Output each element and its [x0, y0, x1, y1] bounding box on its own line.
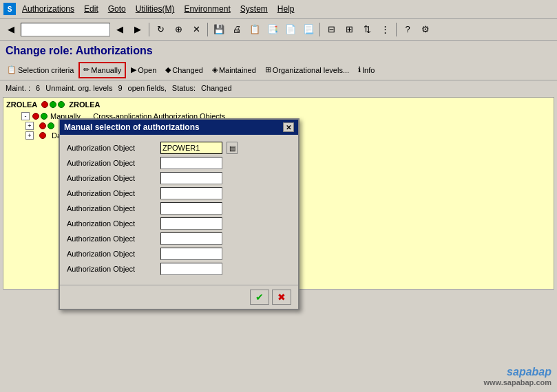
toolbar: ◀ ◀ ▶ ↻ ⊕ ✕ 💾 🖨 📋 📑 📄 📃 ⊟ ⊞ ⇅ ⋮ ? ⚙ — [0, 19, 557, 41]
auth-object-input-3[interactable] — [160, 187, 222, 199]
dialog-label-0: Authorization Object — [67, 144, 156, 152]
action-btn-manually[interactable]: ✏ Manually — [78, 62, 126, 78]
toolbar-sep4 — [396, 23, 397, 36]
watermark: sapabap www.sapabap.com — [483, 366, 551, 386]
dialog-label-4: Authorization Object — [67, 204, 156, 213]
menu-system[interactable]: System — [236, 3, 272, 15]
dialog-row-1: Authorization Object — [67, 157, 291, 169]
toolbar-btn2[interactable]: ⊕ — [170, 21, 187, 38]
dialog-title-bar: Manual selection of authorizations ✕ — [60, 120, 298, 135]
dialog-row-2: Authorization Object — [67, 172, 291, 184]
manually-label: Manually — [91, 66, 121, 74]
open-label: open fields, — [128, 84, 167, 92]
dialog-label-7: Authorization Object — [67, 250, 156, 258]
watermark-line1: sapabap — [483, 366, 551, 378]
toolbar-search-input[interactable] — [21, 23, 110, 36]
page-title: Change role: Authorizations — [0, 41, 557, 60]
dialog-footer: ✔ ✖ — [60, 285, 298, 309]
action-btn-open[interactable]: ▶ Open — [127, 62, 160, 78]
dialog-label-6: Authorization Object — [67, 235, 156, 243]
watermark-line2: www.sapabap.com — [483, 378, 551, 386]
auth-object-input-8[interactable] — [160, 263, 222, 275]
toolbar-layout2[interactable]: ⊞ — [341, 21, 357, 38]
dialog-label-8: Authorization Object — [67, 265, 156, 273]
changed-label: Changed — [172, 66, 203, 74]
toolbar-filter[interactable]: ⋮ — [377, 21, 393, 38]
dialog-row-0: Authorization Object ▤ — [67, 142, 291, 154]
maint-label: Maint. : — [6, 84, 30, 92]
info-label: Info — [362, 66, 375, 74]
dialog-overlay: Manual selection of authorizations ✕ Aut… — [3, 98, 554, 289]
toolbar-back[interactable]: ◀ — [3, 21, 19, 38]
dialog-row-8: Authorization Object — [67, 263, 291, 275]
action-btn-changed[interactable]: ◆ Changed — [161, 62, 207, 78]
toolbar-btn7[interactable]: 📃 — [300, 21, 317, 38]
dialog-content: Authorization Object ▤ Authorization Obj… — [60, 135, 298, 285]
toolbar-print[interactable]: 🖨 — [229, 21, 245, 38]
menu-environment[interactable]: Environment — [180, 3, 234, 15]
dialog-label-1: Authorization Object — [67, 159, 156, 167]
dialog-close-button[interactable]: ✕ — [283, 122, 294, 132]
auth-object-input-4[interactable] — [160, 202, 222, 215]
toolbar-help[interactable]: ? — [399, 21, 416, 38]
menu-authorizations[interactable]: Authorizations — [18, 3, 78, 15]
dialog-label-2: Authorization Object — [67, 174, 156, 182]
toolbar-sep3 — [319, 23, 320, 36]
auth-object-input-5[interactable] — [160, 217, 222, 230]
toolbar-next[interactable]: ▶ — [129, 21, 146, 38]
manually-icon: ✏ — [83, 65, 90, 74]
dialog-row-7: Authorization Object — [67, 248, 291, 260]
unmaint-count: 6 — [36, 84, 40, 92]
tree-area: ZROLEA ZROLEA - Manually Cross-applicati… — [3, 97, 554, 290]
auth-object-input-1[interactable] — [160, 157, 222, 169]
action-toolbar: 📋 Selection criteria ✏ Manually ▶ Open ◆… — [0, 60, 557, 80]
action-btn-info[interactable]: ℹ Info — [354, 62, 379, 78]
status-value: Changed — [201, 84, 232, 92]
toolbar-prev[interactable]: ◀ — [112, 21, 128, 38]
dialog-row-4: Authorization Object — [67, 202, 291, 215]
dialog-label-5: Authorization Object — [67, 219, 156, 228]
org-levels-icon: ⊞ — [265, 65, 271, 74]
auth-object-input-6[interactable] — [160, 232, 222, 245]
toolbar-customize[interactable]: ⚙ — [417, 21, 434, 38]
svg-text:S: S — [8, 6, 12, 13]
toolbar-btn5[interactable]: 📑 — [264, 21, 281, 38]
toolbar-sort[interactable]: ⇅ — [359, 21, 375, 38]
dialog-label-3: Authorization Object — [67, 189, 156, 197]
dialog-row-3: Authorization Object — [67, 187, 291, 199]
toolbar-sep2 — [207, 23, 208, 36]
ok-icon: ✔ — [255, 292, 264, 303]
action-btn-maintained[interactable]: ◈ Maintained — [208, 62, 260, 78]
toolbar-btn3[interactable]: ✕ — [188, 21, 204, 38]
menu-utilities[interactable]: Utilities(M) — [132, 3, 179, 15]
auth-object-input-0[interactable] — [160, 142, 222, 154]
menu-edit[interactable]: Edit — [80, 3, 103, 15]
dialog-ok-button[interactable]: ✔ — [250, 290, 269, 305]
select-all-icon: 📋 — [7, 65, 17, 74]
toolbar-refresh[interactable]: ↻ — [152, 21, 169, 38]
auth-object-input-7[interactable] — [160, 248, 222, 260]
org-levels-label: Organizational levels... — [273, 66, 349, 74]
menu-help[interactable]: Help — [273, 3, 299, 15]
action-btn-org-levels[interactable]: ⊞ Organizational levels... — [261, 62, 353, 78]
toolbar-layout[interactable]: ⊟ — [323, 21, 339, 38]
dialog-row-6: Authorization Object — [67, 232, 291, 245]
open-count: 9 — [118, 84, 122, 92]
cancel-icon: ✖ — [277, 292, 286, 303]
unmaint-label: Unmaint. org. levels — [45, 84, 112, 92]
toolbar-btn4[interactable]: 📋 — [246, 21, 263, 38]
menu-goto[interactable]: Goto — [104, 3, 130, 15]
maintained-label: Maintained — [219, 66, 256, 74]
toolbar-sep1 — [149, 23, 149, 36]
select-all-label: Selection criteria — [18, 66, 74, 74]
auth-object-input-2[interactable] — [160, 172, 222, 184]
open-icon: ▶ — [131, 65, 136, 74]
dialog-row-5: Authorization Object — [67, 217, 291, 230]
dialog-title: Manual selection of authorizations — [64, 122, 200, 132]
dialog-search-0[interactable]: ▤ — [227, 142, 238, 154]
toolbar-btn6[interactable]: 📄 — [282, 21, 299, 38]
action-btn-select-all[interactable]: 📋 Selection criteria — [3, 62, 78, 78]
dialog-cancel-button[interactable]: ✖ — [272, 290, 291, 305]
toolbar-save[interactable]: 💾 — [211, 21, 227, 38]
open-label: Open — [138, 66, 156, 74]
